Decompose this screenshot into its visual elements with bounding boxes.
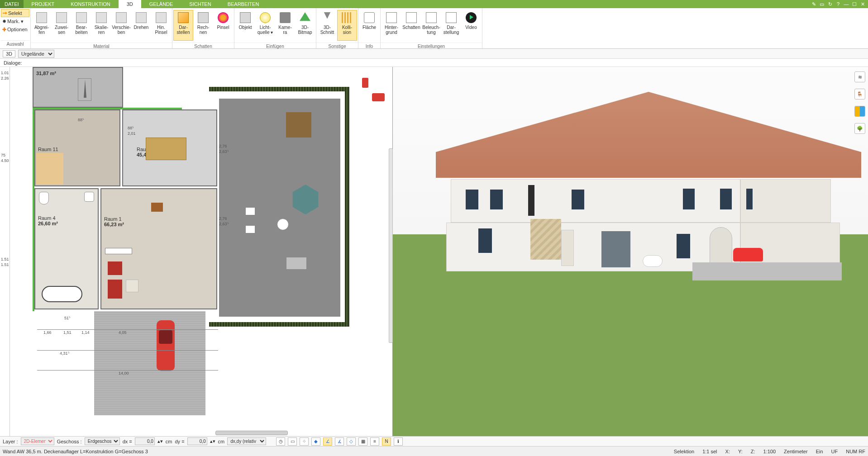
window [528,185,535,216]
help-icon[interactable]: ? [835,0,842,8]
btn-hintergrund[interactable]: Hinter- grund [382,10,401,41]
horizontal-scrollbar[interactable] [215,431,288,435]
vertical-ruler: 1.01 2.26 75 4.50 1.51 1.51 [0,67,10,436]
btn-video[interactable]: Video [461,10,481,41]
area-info-icon [364,12,375,23]
menu-tab-datei[interactable]: DATEI [0,0,24,8]
dimension: 2,01 [128,131,136,136]
layer-select[interactable]: 2D-Elemen [21,437,54,445]
ruler-val: 4.50 [1,158,9,163]
hedge [209,322,349,327]
refresh-icon[interactable]: ↻ [826,0,834,8]
view-2d[interactable]: 1.01 2.26 75 4.50 1.51 1.51 31,87 m² Rau… [0,67,393,436]
btn-lichtquelle[interactable]: Licht- quelle ▾ [255,10,275,41]
btn-schatten2[interactable]: Schatten [401,10,421,41]
grid-dots-icon[interactable]: ⁘ [300,437,309,446]
ruler-val: 1.01 [1,71,9,75]
terrain-select[interactable]: Urgelände [18,50,54,58]
room-4-name: Raum 4 [38,215,56,221]
window-icon[interactable]: ▭ [818,0,825,8]
chair-icon[interactable]: 🪑 [854,89,865,100]
menu-tab-sichten[interactable]: SICHTEN [181,0,219,8]
dy-input[interactable] [187,437,207,445]
btn-3dbitmap[interactable]: 3D- Bitmap [295,10,315,41]
dx-input[interactable] [135,437,155,445]
house-display-icon [446,12,457,23]
clock-icon[interactable]: ◷ [276,437,285,446]
btn-beleuchtung[interactable]: Beleuch- tung [421,10,441,41]
btn-hinpinsel[interactable]: Hin. Pinsel [151,10,171,41]
btn-abgreifen-label: Abgrei- fen [34,25,49,35]
status-z: Z: [751,449,755,454]
menu-tab-3d[interactable]: 3D [119,0,141,8]
pencil-icon[interactable]: ✎ [810,0,817,8]
btn-flaeche[interactable]: Fläche [359,10,379,41]
btn-pinsel[interactable]: Pinsel [213,10,233,41]
btn-drehen[interactable]: Drehen [131,10,151,41]
options-tool[interactable]: ✚Optionen [1,25,29,33]
btn-darstellen[interactable]: Dar- stellen [173,10,193,41]
status-bar: Wand AW 36,5 m. Deckenauflager L=Konstru… [0,446,868,456]
btn-kollision[interactable]: Kolli- sion [337,10,357,41]
menu-tab-bearbeiten[interactable]: BEARBEITEN [219,0,267,8]
snap-object-icon[interactable]: ◆ [311,437,320,446]
dimension-line [37,350,218,351]
floor-plan[interactable]: 31,87 m² Raum 1136,18 m² Raum 345,42 m² … [10,67,392,436]
tree-icon [300,12,310,23]
dimension: 88⁵ [128,126,134,130]
grid-icon[interactable]: ▦ [358,437,367,446]
monitor-icon[interactable]: ▭ [288,437,297,446]
view-mode-label: 3D [3,50,15,57]
palette-icon[interactable] [854,106,865,117]
btn-3dschnitt[interactable]: 3D- Schnitt [317,10,337,41]
btn-darstellung[interactable]: Dar- stellung [441,10,461,41]
maximize-icon[interactable]: ☐ [851,0,858,8]
btn-skalieren[interactable]: Skalie- ren [91,10,111,41]
btn-objekt[interactable]: Objekt [235,10,255,41]
snap-n-icon[interactable]: N [382,437,391,446]
btn-zuweisen[interactable]: Zuwei- sen [52,10,72,41]
view-3d[interactable]: ≋ 🪑 🌳 [393,67,868,436]
mark-tool[interactable]: ✸Mark.▾ [1,17,29,25]
status-uf: UF [831,449,838,454]
layers-icon[interactable]: ≋ [854,71,865,82]
house-light-icon [426,12,437,23]
diamond-icon[interactable]: ◇ [347,437,356,446]
info-small-icon[interactable]: ℹ [394,437,403,446]
room-3[interactable]: Raum 345,42 m² [122,109,217,186]
select-tool[interactable]: Selekt [1,9,29,17]
armchair [108,261,122,275]
btn-rechnen-label: Rech- nen [197,25,210,35]
dimension: 2,63⁵ [219,149,229,154]
dashes-icon[interactable]: ≡ [370,437,379,446]
btn-abgreifen[interactable]: Abgrei- fen [32,10,52,41]
close-icon[interactable]: ✕ [859,0,866,8]
menu-tab-gelaende[interactable]: GELÄNDE [141,0,181,8]
minimize-icon[interactable]: — [843,0,850,8]
menu-tab-konstruktion[interactable]: KONSTRUKTION [62,0,118,8]
btn-bearbeiten[interactable]: Bear- beiten [72,10,91,41]
toilet-icon [39,192,49,204]
group-label-schatten: Schatten [172,43,234,50]
scale-icon [96,12,107,23]
dimension: 2,76 [219,144,227,148]
btn-rechnen[interactable]: Rech- nen [193,10,213,41]
dxdy-mode-select[interactable]: dx,dy (relativ ka [227,437,266,445]
fire-extinguisher-icon [362,78,368,88]
dimension: 2,76 [219,216,227,221]
menu-tab-projekt[interactable]: PROJEKT [24,0,63,8]
alarm-box-icon [372,93,385,101]
btn-verschieben[interactable]: Verschie- ben [111,10,131,41]
geschoss-select[interactable]: Erdgeschos [85,437,120,445]
room-4[interactable]: Raum 426,60 m² [34,188,99,309]
car-3d [733,248,763,261]
tree-tool-icon[interactable]: 🌳 [854,123,865,134]
btn-kamera[interactable]: Kame- ra [275,10,295,41]
plus-icon: ✚ [2,27,6,33]
angle2-icon[interactable]: ∡ [335,437,344,446]
coffee-table [126,280,138,292]
bottom-toolbar: Layer : 2D-Elemen Geschoss : Erdgeschos … [0,436,868,446]
angle-icon[interactable]: ∠ [323,437,332,446]
terrace[interactable] [219,99,340,317]
view-splitter[interactable] [389,148,393,343]
